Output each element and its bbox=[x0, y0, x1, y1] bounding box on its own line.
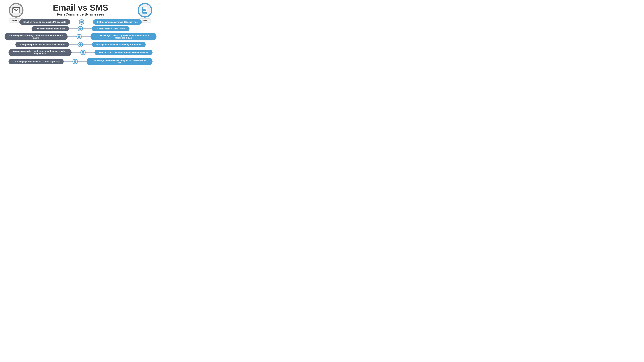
comparison-row: The average person receives 121 emails p… bbox=[6, 58, 155, 65]
sms-phone-icon bbox=[142, 6, 148, 14]
sms-pill-3: The average click-through rate for eComm… bbox=[90, 33, 156, 40]
sms-text-3: The average click-through rate for eComm… bbox=[98, 34, 149, 39]
connector-2 bbox=[69, 26, 92, 31]
connector-circle bbox=[72, 59, 78, 64]
sms-pill-2: Response rate for SMS is 46% bbox=[92, 26, 130, 31]
comparison-row: Average conversion rate for cart abandon… bbox=[6, 49, 155, 56]
comparison-row: Email only gets an average 21.8% open ra… bbox=[6, 19, 155, 25]
connector-3 bbox=[68, 34, 90, 39]
sub-title: For eCommerce Businesses bbox=[53, 12, 108, 16]
email-pill-5: Average conversion rate for cart abandon… bbox=[8, 49, 72, 56]
svg-point-9 bbox=[144, 9, 145, 10]
svg-point-8 bbox=[144, 9, 144, 10]
svg-point-10 bbox=[145, 9, 146, 10]
email-pill-2: Response rate for email is 6% bbox=[32, 26, 69, 31]
email-text-2: Response rate for email is 6% bbox=[36, 27, 65, 30]
connector-line bbox=[78, 61, 86, 62]
connector-line bbox=[86, 52, 94, 53]
email-pill-1: Email only gets an average 21.8% open ra… bbox=[19, 19, 70, 25]
connector-line bbox=[72, 52, 80, 53]
sms-text-1: SMS generates an average 98% open rate bbox=[97, 21, 138, 23]
email-text-5: Average conversion rate for cart abandon… bbox=[12, 50, 68, 55]
connector-line bbox=[83, 28, 92, 29]
email-pill-6: The average person receives 121 emails p… bbox=[8, 59, 64, 64]
sms-text-6: The average person receives only 10 text… bbox=[92, 59, 147, 64]
main-container: EMAIL Email vs SMS For eCommerce Busines… bbox=[0, 0, 161, 91]
sms-text-5: SMS can boost cart abandonment recovery … bbox=[98, 51, 148, 54]
connector-line bbox=[83, 44, 92, 45]
connector-circle bbox=[78, 26, 83, 31]
connector-line bbox=[84, 22, 93, 22]
connector-inner bbox=[80, 21, 83, 23]
email-pill-3: The average click-through rate for eComm… bbox=[4, 33, 68, 40]
email-envelope-icon bbox=[12, 7, 20, 13]
connector-inner bbox=[82, 51, 84, 54]
connector-inner bbox=[74, 60, 76, 63]
connector-circle bbox=[76, 34, 82, 39]
connector-circle bbox=[79, 19, 84, 25]
email-pill-4: Average response time for email is 90 mi… bbox=[16, 42, 69, 47]
sms-text-4: Average response time for texting is 3 m… bbox=[96, 43, 142, 46]
connector-circle bbox=[78, 42, 83, 47]
sms-text-2: Response rate for SMS is 46% bbox=[96, 27, 126, 30]
connector-inner bbox=[78, 35, 80, 38]
svg-point-6 bbox=[144, 13, 145, 13]
connector-1 bbox=[70, 19, 93, 25]
page-title-section: Email vs SMS For eCommerce Businesses bbox=[53, 3, 108, 16]
main-title: Email vs SMS bbox=[53, 3, 108, 12]
comparison-row: The average click-through rate for eComm… bbox=[6, 33, 155, 40]
email-text-3: The average click-through rate for eComm… bbox=[9, 34, 63, 39]
comparison-row: Average response time for email is 90 mi… bbox=[6, 42, 155, 47]
sms-icon-circle bbox=[138, 3, 152, 17]
sms-pill-4: Average response time for texting is 3 m… bbox=[92, 42, 146, 47]
connector-line bbox=[64, 61, 72, 62]
sms-pill-6: The average person receives only 10 text… bbox=[86, 58, 152, 65]
connector-line bbox=[68, 36, 76, 37]
header: EMAIL Email vs SMS For eCommerce Busines… bbox=[4, 3, 157, 16]
connector-line bbox=[69, 44, 78, 45]
sms-pill-5: SMS can boost cart abandonment recovery … bbox=[94, 50, 152, 55]
email-text-1: Email only gets an average 21.8% open ra… bbox=[24, 21, 66, 23]
connector-line bbox=[82, 36, 90, 37]
comparison-section: Email only gets an average 21.8% open ra… bbox=[4, 19, 157, 65]
connector-6 bbox=[64, 59, 86, 64]
connector-line bbox=[69, 28, 78, 29]
connector-line bbox=[70, 22, 79, 22]
email-text-6: The average person receives 121 emails p… bbox=[12, 60, 60, 63]
sms-pill-1: SMS generates an average 98% open rate bbox=[93, 19, 142, 25]
email-icon-circle bbox=[9, 3, 24, 17]
connector-circle bbox=[80, 50, 86, 55]
connector-4 bbox=[69, 42, 92, 47]
comparison-row: Response rate for email is 6% Response r… bbox=[6, 26, 155, 31]
connector-5 bbox=[72, 50, 94, 55]
connector-inner bbox=[79, 43, 82, 46]
connector-inner bbox=[79, 27, 82, 30]
email-text-4: Average response time for email is 90 mi… bbox=[20, 43, 65, 46]
